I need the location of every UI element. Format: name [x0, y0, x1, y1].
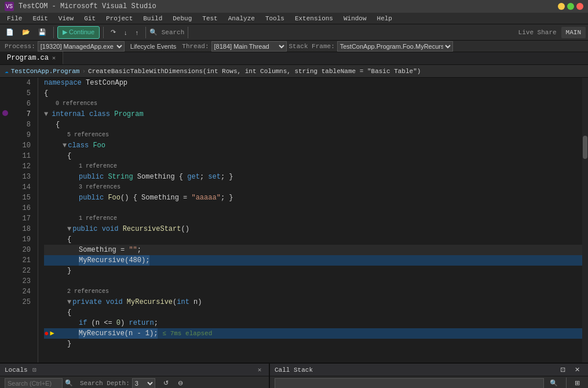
menu-tools[interactable]: Tools: [261, 13, 289, 24]
callstack-search-bar: 🔍 ⊞: [270, 376, 588, 388]
editor-scrollbar[interactable]: [582, 78, 588, 362]
search-depth-select[interactable]: 3 1 2 4 5: [132, 378, 155, 389]
breakpoint-indicator: ●: [44, 328, 49, 339]
new-project-button[interactable]: 📄: [2, 26, 17, 39]
line-num-13: 13: [9, 172, 33, 182]
locals-search-input[interactable]: [5, 378, 63, 389]
code-line-20: Something = "";: [44, 245, 582, 255]
menu-window[interactable]: Window: [339, 13, 371, 24]
collapse-arrow-7[interactable]: ▼: [44, 109, 48, 119]
process-select[interactable]: [19320] ManagedApp.exe: [38, 41, 125, 52]
menu-edit[interactable]: Edit: [28, 13, 52, 24]
search-icon: 🔍: [65, 379, 73, 387]
menu-view[interactable]: View: [54, 13, 78, 24]
code-line-9: 5 references: [44, 130, 582, 140]
search-label: 🔍 Search: [149, 28, 184, 36]
code-line-6: 0 references: [44, 99, 582, 109]
callstack-title: Call Stack: [275, 367, 313, 374]
callstack-close-button[interactable]: ✕: [571, 364, 583, 376]
code-line-15: public Foo() { Something = "aaaaa"; }: [44, 193, 582, 203]
minimize-button[interactable]: [558, 3, 565, 10]
step-over-button[interactable]: ↷: [107, 26, 119, 39]
line-num-23: 23: [9, 276, 33, 287]
collapse-arrow-18[interactable]: ▼: [67, 224, 71, 234]
bottom-panels: Locals ⊡ ✕ 🔍 Search Depth: 3 1 2 4 5 ↺ ⊖…: [0, 362, 588, 388]
toolbar: 📄 📂 💾 ▶ Continue ↷ ↓ ↑ 🔍 Search Live Sha…: [0, 24, 588, 41]
code-line-25: ▼ private void MyRecursive(int n): [44, 297, 582, 307]
menu-test[interactable]: Test: [198, 13, 222, 24]
process-bar: Process: [19320] ManagedApp.exe Lifecycl…: [0, 41, 588, 52]
collapse-locals-button[interactable]: ⊖: [174, 377, 187, 389]
code-line-4: namespace TestConApp: [44, 78, 582, 88]
code-content[interactable]: namespace TestConApp { 0 references ▼ in…: [38, 78, 582, 362]
collapse-arrow-25[interactable]: ▼: [67, 297, 71, 307]
toolbar-separator-3: [145, 27, 146, 38]
callstack-search-button[interactable]: 🔍: [546, 377, 561, 389]
line-num-21: 21: [9, 255, 33, 266]
callstack-panel: Call Stack ⊡ ✕ 🔍 ⊞ Name Language ▶ Manag…: [270, 364, 588, 388]
live-share-label: Live Share: [518, 29, 557, 36]
menu-build[interactable]: Build: [138, 13, 167, 24]
callstack-search-input[interactable]: [275, 378, 544, 389]
thread-select[interactable]: [8184] Main Thread: [211, 41, 287, 52]
line-num-22: 22: [9, 266, 33, 276]
save-button[interactable]: 💾: [35, 26, 50, 39]
locals-close-button[interactable]: ✕: [255, 365, 264, 375]
step-out-button[interactable]: ↑: [132, 26, 143, 39]
scrollbar-thumb[interactable]: [583, 136, 587, 159]
menu-help[interactable]: Help: [372, 13, 397, 24]
thread-label: Thread:: [182, 43, 209, 50]
open-button[interactable]: 📂: [19, 26, 34, 39]
menu-git[interactable]: Git: [79, 13, 100, 24]
stack-frame-label: Stack Frame:: [289, 43, 335, 50]
menu-analyze[interactable]: Analyze: [224, 13, 260, 24]
callstack-grid-button[interactable]: ⊞: [571, 377, 583, 389]
tab-program-ca[interactable]: Program.ca ✕: [0, 52, 63, 64]
code-line-24: 2 references: [44, 287, 582, 297]
code-line-27: if (n <= 0) return;: [44, 318, 582, 328]
window-controls[interactable]: [558, 3, 583, 10]
callstack-sep: [566, 378, 567, 389]
tab-program-ca-label: Program.ca: [7, 54, 49, 62]
callstack-header-buttons: ⊡ ✕: [557, 364, 583, 376]
continue-button[interactable]: ▶ Continue: [57, 26, 100, 39]
refresh-locals-button[interactable]: ↺: [160, 377, 172, 389]
code-line-14: 3 references: [44, 182, 582, 193]
line-num-6: 6: [9, 99, 33, 109]
code-line-26: {: [44, 307, 582, 318]
stack-frame-select[interactable]: TestConApp.Program.Foo.MyRecursive: [337, 41, 453, 52]
menu-project[interactable]: Project: [101, 13, 137, 24]
lifecycle-events-button[interactable]: Lifecycle Events: [127, 40, 180, 53]
code-line-5: {: [44, 88, 582, 99]
line-num-25: 25: [9, 297, 33, 307]
elapsed-indicator: ≤ 7ms elapsed: [162, 328, 212, 339]
line-num-7: 7: [9, 109, 33, 119]
callstack-float-button[interactable]: ⊡: [557, 364, 569, 376]
line-num-9: 9: [9, 130, 33, 140]
line-num-16: 16: [9, 203, 33, 213]
maximize-button[interactable]: [567, 3, 574, 10]
location-bar: ☁ TestConApp.Program › CreateBasicTableW…: [0, 65, 588, 78]
tab-program-ca-close[interactable]: ✕: [52, 55, 56, 61]
menu-extensions[interactable]: Extensions: [290, 13, 338, 24]
line-num-12: 12: [9, 161, 33, 172]
code-line-17: 1 reference: [44, 213, 582, 224]
toolbar-separator-2: [103, 27, 104, 38]
menu-debug[interactable]: Debug: [168, 13, 196, 24]
location-path: TestConApp.Program: [11, 68, 80, 75]
code-line-10: ▼ class Foo: [44, 140, 582, 151]
search-depth-label: Search Depth:: [80, 380, 130, 387]
menu-file[interactable]: File: [2, 13, 27, 24]
line-numbers: 4 5 6 7 8 9 10 11 12 13 14 15 16 17 18 1…: [9, 78, 38, 362]
locals-search-bar: 🔍 Search Depth: 3 1 2 4 5 ↺ ⊖: [0, 376, 269, 388]
app-icon: VS: [5, 2, 14, 11]
collapse-arrow-10[interactable]: ▼: [63, 140, 67, 151]
step-into-button[interactable]: ↓: [120, 26, 131, 39]
locals-float-button[interactable]: ⊡: [30, 365, 39, 375]
location-indicator: MAIN: [561, 27, 586, 38]
close-button[interactable]: [576, 3, 583, 10]
line-num-8: 8: [9, 119, 33, 130]
code-editor[interactable]: 4 5 6 7 8 9 10 11 12 13 14 15 16 17 18 1…: [0, 78, 588, 362]
callstack-header: Call Stack ⊡ ✕: [270, 364, 588, 376]
line-num-10: 10: [9, 140, 33, 151]
